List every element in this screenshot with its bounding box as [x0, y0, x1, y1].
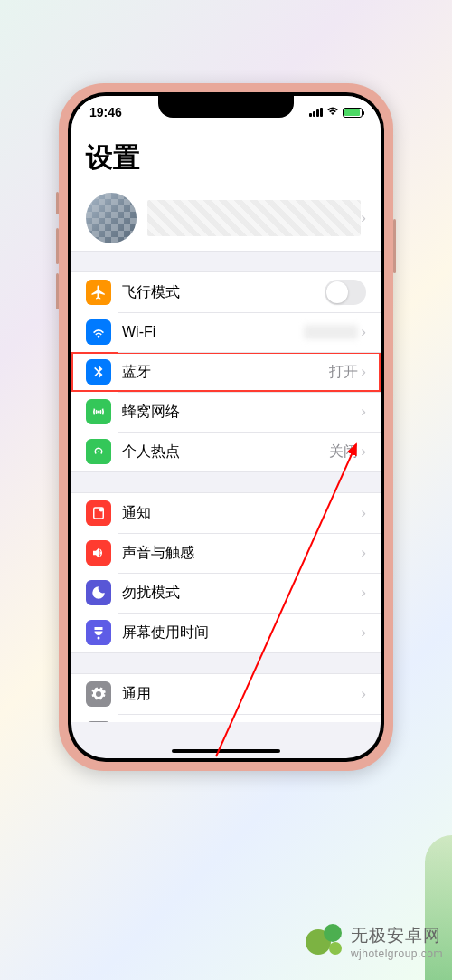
wifi-value-blurred — [304, 325, 358, 339]
row-label: 个人热点 — [122, 442, 329, 461]
cellular-icon — [86, 399, 111, 424]
dnd-icon — [86, 580, 111, 605]
bluetooth-icon — [86, 359, 111, 385]
sound-icon — [86, 540, 111, 566]
phone-screen: 19:46 设置 › — [71, 96, 381, 758]
wifi-icon — [326, 107, 339, 118]
page-title: 设置 — [71, 123, 381, 186]
status-time: 19:46 — [89, 105, 122, 119]
row-screentime[interactable]: 屏幕使用时间 › — [71, 613, 381, 652]
row-label: 蜂窝网络 — [122, 403, 361, 422]
row-label: 通用 — [122, 685, 361, 704]
gear-icon — [86, 681, 111, 707]
battery-icon — [343, 108, 363, 118]
hotspot-icon — [86, 439, 111, 464]
row-label: 通知 — [122, 504, 361, 523]
chevron-icon: › — [361, 584, 366, 602]
home-indicator[interactable] — [172, 749, 280, 753]
row-notifications[interactable]: 通知 › — [71, 493, 381, 533]
hotspot-value: 关闭 — [329, 442, 358, 461]
control-center-icon — [86, 721, 111, 722]
row-wifi[interactable]: Wi-Fi › — [71, 312, 381, 352]
row-label: 蓝牙 — [122, 363, 329, 382]
row-cellular[interactable]: 蜂窝网络 › — [71, 392, 381, 432]
chevron-icon: › — [361, 685, 366, 703]
row-dnd[interactable]: 勿扰模式 › — [71, 573, 381, 613]
watermark: 无极安卓网 wjhotelgroup.com — [306, 922, 443, 962]
settings-scroll[interactable]: 设置 › 飞行模式 — [71, 123, 381, 722]
notch — [158, 96, 294, 118]
chevron-icon: › — [361, 442, 366, 461]
row-label: 勿扰模式 — [122, 584, 361, 603]
signal-icon — [309, 108, 323, 117]
row-label: 声音与触感 — [122, 544, 361, 563]
chevron-icon: › — [361, 323, 366, 341]
row-label: Wi-Fi — [122, 324, 304, 340]
svg-point-1 — [99, 508, 104, 512]
row-control-center[interactable]: 控制中心 › — [71, 714, 381, 722]
phone-frame: 19:46 设置 › — [59, 83, 393, 771]
chevron-icon: › — [361, 403, 366, 421]
watermark-url: wjhotelgroup.com — [351, 947, 443, 960]
watermark-title: 无极安卓网 — [351, 924, 443, 947]
chevron-icon: › — [361, 363, 366, 381]
wifi-settings-icon — [86, 319, 111, 345]
chevron-icon: › — [361, 209, 366, 227]
row-bluetooth[interactable]: 蓝牙 打开 › — [71, 352, 381, 392]
settings-group-connectivity: 飞行模式 Wi-Fi › — [71, 271, 381, 472]
row-general[interactable]: 通用 › — [71, 674, 381, 714]
screentime-icon — [86, 620, 111, 645]
account-row[interactable]: › — [71, 186, 381, 252]
chevron-icon: › — [361, 544, 366, 562]
settings-group-alerts: 通知 › 声音与触感 › 勿扰模式 — [71, 492, 381, 653]
row-sound[interactable]: 声音与触感 › — [71, 533, 381, 573]
airplane-toggle[interactable] — [325, 280, 366, 305]
airplane-icon — [86, 280, 111, 305]
row-airplane[interactable]: 飞行模式 — [71, 272, 381, 312]
settings-group-system: 通用 › 控制中心 › AA 显示与亮度 — [71, 673, 381, 722]
row-label: 屏幕使用时间 — [122, 623, 361, 642]
notification-icon — [86, 500, 111, 526]
account-name-blurred — [147, 200, 361, 236]
row-label: 飞行模式 — [122, 283, 325, 302]
watermark-logo — [306, 922, 345, 962]
bluetooth-value: 打开 — [329, 363, 358, 382]
avatar — [86, 193, 137, 243]
row-hotspot[interactable]: 个人热点 关闭 › — [71, 432, 381, 471]
chevron-icon: › — [361, 623, 366, 642]
chevron-icon: › — [361, 504, 366, 522]
